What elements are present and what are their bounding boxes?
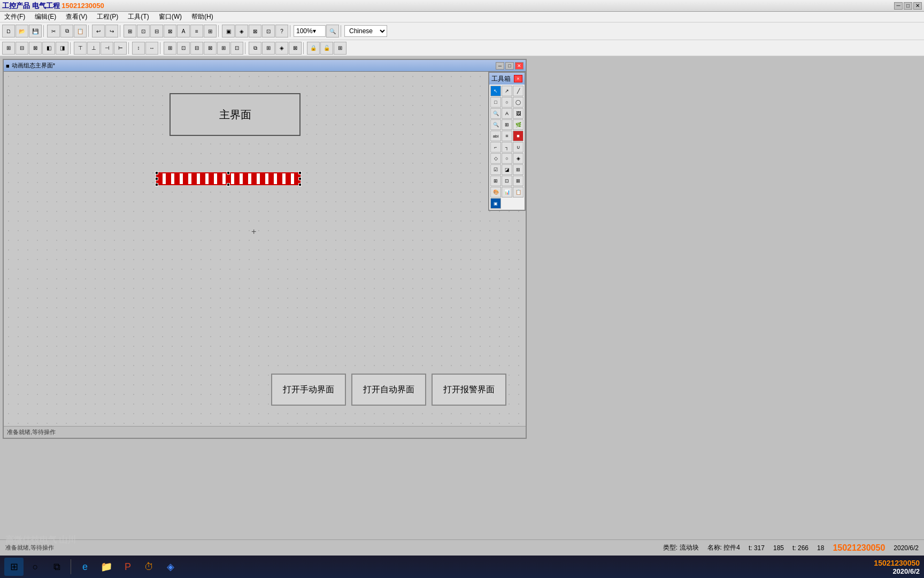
sub-minimize-button[interactable]: ─ — [496, 62, 504, 70]
tool-abi[interactable]: abi — [490, 131, 501, 141]
tb2-b1[interactable]: ⊞ — [2, 42, 15, 55]
menu-edit[interactable]: 编辑(E) — [33, 12, 58, 21]
tool-b8c[interactable]: ⊞ — [513, 164, 523, 175]
tool-b7c[interactable]: ◈ — [513, 153, 523, 164]
tb2-b19[interactable]: ⊞ — [262, 42, 275, 55]
tb2-b14[interactable]: ⊟ — [190, 42, 203, 55]
handle-bm[interactable] — [227, 183, 230, 186]
search-button[interactable]: ○ — [26, 558, 45, 576]
tb-b7[interactable]: ⊞ — [204, 25, 217, 37]
tb-b2[interactable]: ⊡ — [137, 25, 150, 37]
tool-ellipse[interactable]: ○ — [502, 97, 512, 108]
toolbox-close-button[interactable]: × — [514, 75, 522, 82]
tb-b8[interactable]: ▣ — [222, 25, 235, 37]
tool-img[interactable]: 🖼 — [513, 108, 523, 119]
tb-redo[interactable]: ↪ — [105, 25, 118, 37]
tb2-b21[interactable]: ⊠ — [289, 42, 302, 55]
tb2-b4[interactable]: ◧ — [42, 42, 55, 55]
tb-b4[interactable]: ⊠ — [164, 25, 176, 37]
tb2-b11[interactable]: ↔ — [145, 42, 158, 55]
tool-b7a[interactable]: ◇ — [490, 153, 501, 164]
tool-b6a[interactable]: ⌐ — [490, 142, 501, 153]
handle-tl[interactable] — [155, 171, 158, 174]
tool-b10a[interactable]: 🎨 — [490, 187, 501, 197]
handle-tm[interactable] — [227, 171, 230, 174]
tool-flow-block[interactable]: ▣ — [490, 198, 501, 209]
sub-close-button[interactable]: ✕ — [515, 62, 523, 70]
close-button[interactable]: ✕ — [913, 2, 922, 10]
menu-tools[interactable]: 工具(T) — [126, 12, 151, 21]
tb-b1[interactable]: ⊞ — [124, 25, 136, 37]
tool-b9a[interactable]: ⊞ — [490, 176, 501, 186]
tb2-b15[interactable]: ⊠ — [204, 42, 217, 55]
tb-b5[interactable]: A — [177, 25, 190, 37]
tb2-b16[interactable]: ⊞ — [217, 42, 230, 55]
tb-undo[interactable]: ↩ — [92, 25, 105, 37]
tb-paste[interactable]: 📋 — [74, 25, 87, 37]
menu-view[interactable]: 查看(V) — [64, 12, 89, 21]
tb-b6[interactable]: ≡ — [190, 25, 203, 37]
task-view-button[interactable]: ⧉ — [47, 558, 66, 576]
tb2-b18[interactable]: ⧉ — [249, 42, 261, 55]
tool-b10b[interactable]: 📊 — [502, 187, 512, 197]
tb2-b17[interactable]: ⊡ — [230, 42, 243, 55]
tb-b12[interactable]: ? — [275, 25, 288, 37]
menu-project[interactable]: 工程(P) — [95, 12, 120, 21]
tool-cursor[interactable]: ↖ — [490, 86, 501, 96]
tb2-b12[interactable]: ⊞ — [164, 42, 176, 55]
tb2-b2[interactable]: ⊟ — [16, 42, 28, 55]
open-manual-button[interactable]: 打开手动界面 — [271, 374, 346, 406]
tb2-b6[interactable]: ⊤ — [74, 42, 87, 55]
tb2-b7[interactable]: ⊥ — [87, 42, 100, 55]
tool-b4b[interactable]: ⊞ — [502, 119, 512, 130]
start-button[interactable]: ⊞ — [4, 558, 24, 576]
handle-ml[interactable] — [155, 177, 158, 180]
tb-save[interactable]: 💾 — [29, 25, 42, 37]
tool-b9b[interactable]: ⊡ — [502, 176, 512, 186]
tool-round[interactable]: ◯ — [513, 97, 523, 108]
tb-new[interactable]: 🗋 — [2, 25, 15, 37]
tool-b6c[interactable]: ∪ — [513, 142, 523, 153]
menu-help[interactable]: 帮助(H) — [189, 12, 215, 21]
ppt-button[interactable]: P — [118, 558, 137, 576]
edge-button[interactable]: e — [75, 558, 95, 576]
tb-b9[interactable]: ◈ — [235, 25, 248, 37]
tb-b11[interactable]: ⊡ — [262, 25, 275, 37]
tool-text[interactable]: A — [502, 108, 512, 119]
tb2-b9[interactable]: ⊢ — [114, 42, 127, 55]
menu-window[interactable]: 窗口(W) — [157, 12, 184, 21]
tool-search[interactable]: 🔍 — [490, 108, 501, 119]
tool-b7b[interactable]: ○ — [502, 153, 512, 164]
sub-restore-button[interactable]: □ — [505, 62, 514, 70]
tb2-b20[interactable]: ◈ — [275, 42, 288, 55]
language-select[interactable]: Chinese English — [344, 25, 387, 37]
tb2-b10[interactable]: ↕ — [132, 42, 145, 55]
tb2-b23[interactable]: 🔓 — [320, 42, 333, 55]
tb-zoom-icon[interactable]: 🔍 — [326, 25, 339, 37]
handle-tr[interactable] — [298, 171, 302, 174]
maximize-button[interactable]: □ — [904, 2, 912, 10]
tool-b4c[interactable]: 🌿 — [513, 119, 523, 130]
tb2-b3[interactable]: ⊠ — [29, 42, 42, 55]
tool-arrow[interactable]: ↗ — [502, 86, 512, 96]
zoom-input[interactable]: 100%▾ — [294, 25, 326, 37]
tb-copy[interactable]: ⧉ — [60, 25, 73, 37]
app-button[interactable]: ◈ — [161, 558, 180, 576]
folder-button[interactable]: 📁 — [97, 558, 116, 576]
tool-b8b[interactable]: ◪ — [502, 164, 512, 175]
clock-button[interactable]: ⏱ — [140, 558, 159, 576]
tool-b4a[interactable]: 🔍 — [490, 119, 501, 130]
open-alarm-button[interactable]: 打开报警界面 — [432, 374, 506, 406]
handle-mr[interactable] — [298, 177, 302, 180]
tb-open[interactable]: 📂 — [16, 25, 28, 37]
tb-b3[interactable]: ⊟ — [150, 25, 163, 37]
tb2-b24[interactable]: ⊞ — [334, 42, 346, 55]
tool-lines[interactable]: ≡ — [502, 131, 512, 141]
tb2-b22[interactable]: 🔒 — [307, 42, 320, 55]
handle-bl[interactable] — [155, 183, 158, 186]
handle-br[interactable] — [298, 183, 302, 186]
tool-b8a[interactable]: ☑ — [490, 164, 501, 175]
tb2-b13[interactable]: ⊡ — [177, 42, 190, 55]
tb2-b5[interactable]: ◨ — [56, 42, 68, 55]
tb-cut[interactable]: ✂ — [47, 25, 60, 37]
